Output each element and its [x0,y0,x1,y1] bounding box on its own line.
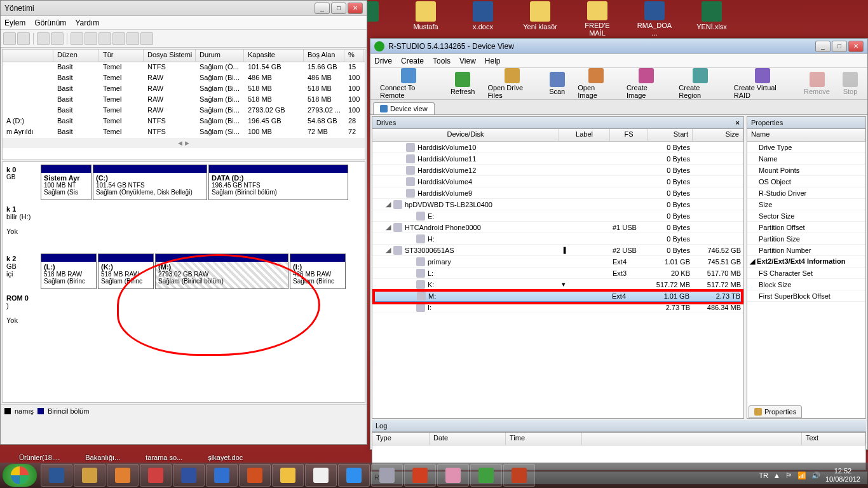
taskbar-item[interactable] [272,464,304,487]
titlebar[interactable]: Yönetimi _ □ ✕ [1,1,367,16]
taskbar-item[interactable] [470,464,502,487]
column-header[interactable]: Device/Disk [372,129,559,141]
menu-item[interactable]: Create [401,57,424,65]
property-row[interactable]: Partition Offset [747,222,865,233]
column-header[interactable]: Start [648,129,693,141]
partition[interactable]: (L:)518 MB RAWSağlam (Birinc [41,254,97,289]
taskbar-item[interactable] [305,464,337,487]
close-button[interactable]: ✕ [848,41,864,52]
desktop-icon[interactable]: Yeni klasör [521,1,559,37]
language-indicator[interactable]: TR [759,471,768,479]
column-header[interactable]: Time [506,433,582,445]
drive-row[interactable]: HarddiskVolume90 Bytes [372,187,743,199]
desktop-icon[interactable]: YENİ.xlsx [693,1,731,37]
flag-icon[interactable]: 🏳 [785,471,792,479]
desktop-icon[interactable]: FRED'E MAİL [578,1,616,37]
properties-tab[interactable]: Properties [749,405,802,418]
minimize-button[interactable]: _ [315,3,330,14]
clock[interactable]: 12:52 10/08/2012 [825,467,860,484]
toolbar-icon[interactable] [71,32,83,45]
toolbar-button[interactable]: Create Region [673,66,726,101]
system-tray[interactable]: TR ▲ 🏳 📶 🔊 12:52 10/08/2012 [759,467,865,484]
toolbar-icon[interactable] [51,32,64,45]
taskbar-item[interactable] [173,464,205,487]
drive-row[interactable]: M:Ext41.01 GB2.73 TB [372,290,743,302]
drive-row[interactable]: K:▾517.72 MB517.72 MB [372,279,743,290]
drive-row[interactable]: HarddiskVolume100 Bytes [372,142,743,153]
taskbar-item[interactable] [206,464,238,487]
column-header[interactable]: Label [559,129,610,141]
toolbar-icon[interactable] [85,32,97,45]
drive-row[interactable]: primaryExt41.01 GB745.51 GB [372,256,743,268]
table-row[interactable]: BasitTemelNTFSSağlam (Ö...101.54 GB15.66… [3,62,365,73]
drive-row[interactable]: ◢ST33000651AS❚#2 USB0 Bytes746.52 GB [372,245,743,256]
menu-item[interactable]: Eylem [4,18,25,27]
column-header[interactable]: Type [372,433,430,445]
taskbar-item[interactable] [140,464,172,487]
toolbar-button[interactable]: Create Image [621,66,672,101]
column-header[interactable]: Tür [99,50,144,62]
column-header[interactable]: Boş Alan [304,50,344,62]
toolbar-button[interactable]: Connect To Remote [374,66,444,101]
drive-row[interactable]: HarddiskVolume110 Bytes [372,153,743,165]
property-row[interactable]: R-Studio Driver [747,187,865,199]
column-header[interactable]: Text [802,433,865,445]
property-row[interactable]: Sector Size [747,210,865,222]
drive-row[interactable]: HarddiskVolume40 Bytes [372,176,743,187]
property-row[interactable]: Mount Points [747,165,865,176]
property-row[interactable]: ◢ Ext2/Ext3/Ext4 Information [747,256,865,268]
menu-item[interactable]: Help [485,57,501,65]
menu-item[interactable]: Drive [374,57,392,65]
column-header[interactable] [3,50,53,62]
desktop-icon[interactable]: RMA_DOA ... [635,1,674,37]
property-row[interactable]: Size [747,199,865,210]
toolbar-button[interactable]: Create Virtual RAID [728,66,797,101]
table-row[interactable]: BasitTemelRAWSağlam (Bi...486 MB486 MB10… [3,73,365,84]
taskbar-item[interactable] [41,464,72,487]
toolbar-button[interactable]: Refresh [445,70,481,97]
partition[interactable]: DATA (D:)196.45 GB NTFSSağlam (Birincil … [208,165,348,200]
property-row[interactable]: Drive Type [747,142,865,153]
partition[interactable]: (M:)2793.02 GB RAWSağlam (Birincil bölüm… [155,254,288,289]
maximize-button[interactable]: □ [331,3,346,14]
toolbar-icon[interactable] [98,32,111,45]
property-row[interactable]: Partition Number [747,245,865,256]
taskbar-item[interactable] [239,464,271,487]
minimize-button[interactable]: _ [815,41,831,52]
toolbar-button[interactable]: Open Image [572,66,620,101]
taskbar-item[interactable] [371,464,403,487]
toolbar-button[interactable]: Open Drive Files [482,66,542,101]
property-row[interactable]: First SuperBlock Offset [747,290,865,302]
maximize-button[interactable]: □ [832,41,847,52]
toolbar-icon[interactable] [140,32,153,45]
taskbar-item[interactable] [437,464,469,487]
column-header[interactable]: % [344,50,363,62]
menu-item[interactable]: Yardım [75,18,99,27]
toolbar-icon[interactable] [17,32,30,45]
partition[interactable]: Sistem Ayr100 MB NTSağlam (Sis [41,165,92,200]
drive-row[interactable]: L:Ext320 KB517.70 MB [372,268,743,279]
toolbar-icon[interactable] [37,32,50,45]
partition[interactable]: (I:)486 MB RAWSağlam (Birinc [290,254,346,289]
column-header[interactable]: Kapasite [244,50,304,62]
tray-icon[interactable]: ▲ [773,471,780,479]
property-row[interactable]: Partition Size [747,233,865,245]
property-row[interactable]: FS Character Set [747,268,865,279]
table-row[interactable]: BasitTemelRAWSağlam (Bi...518 MB518 MB10… [3,84,365,95]
drive-row[interactable]: HarddiskVolume120 Bytes [372,165,743,176]
desktop-icon[interactable]: Mustafa [407,1,445,37]
drive-row[interactable]: ◢HTCAndroid Phone0000#1 USB0 Bytes [372,222,743,233]
volume-icon[interactable]: 🔊 [811,471,820,480]
toolbar-icon[interactable] [112,32,125,45]
toolbar-icon[interactable] [126,32,139,45]
partition[interactable]: (K:)518 MB RAWSağlam (Birinc [98,254,154,289]
property-row[interactable]: Block Size [747,279,865,290]
column-header[interactable]: Size [693,129,743,141]
toolbar-icon[interactable] [3,32,16,45]
table-row[interactable]: A (D:)BasitTemelNTFSSağlam (Bi...196.45 … [3,116,365,127]
titlebar[interactable]: R-STUDIO 5.4.134265 - Device View _ □ ✕ [370,39,867,54]
table-row[interactable]: BasitTemelRAWSağlam (Bi...2793.02 GB2793… [3,105,365,116]
taskbar-item[interactable] [338,464,370,487]
drive-row[interactable]: E:0 Bytes [372,210,743,222]
column-header[interactable]: FS [610,129,648,141]
